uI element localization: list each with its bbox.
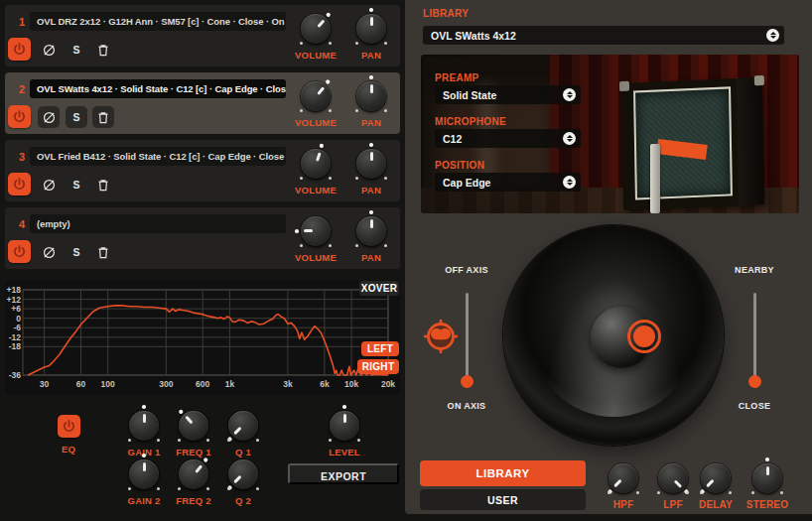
preset-field[interactable]: (empty) bbox=[30, 214, 286, 233]
preset-field[interactable]: OVL Fried B412 · Solid State · C12 [c] ·… bbox=[30, 147, 286, 166]
pan-label: PAN bbox=[337, 50, 406, 61]
solo-button[interactable]: S bbox=[66, 106, 87, 128]
export-button[interactable]: EXPORT bbox=[288, 463, 399, 484]
power-icon bbox=[12, 109, 27, 124]
delete-button[interactable] bbox=[92, 174, 114, 195]
power-button[interactable] bbox=[8, 105, 31, 128]
library-select[interactable]: OVL SWatts 4x12 bbox=[423, 26, 784, 45]
frequency-response-plot: 30601003006001k3k6k10k20k+18+12+60-6-12-… bbox=[5, 280, 400, 395]
trash-icon bbox=[96, 43, 110, 58]
power-button[interactable] bbox=[8, 173, 31, 195]
right-channel-button[interactable]: RIGHT bbox=[357, 359, 399, 374]
pan-knob[interactable] bbox=[356, 216, 386, 246]
svg-text:600: 600 bbox=[196, 379, 209, 389]
q2-label: Q 2 bbox=[208, 495, 278, 506]
trash-icon bbox=[96, 245, 110, 260]
distance-slider-track[interactable] bbox=[753, 293, 756, 385]
freq2-knob[interactable] bbox=[179, 459, 208, 489]
delay-knob[interactable] bbox=[701, 463, 731, 493]
channel-row-2: 2 OVL SWatts 4x12 · Solid State · C12 [c… bbox=[5, 72, 400, 134]
gain2-knob[interactable] bbox=[129, 459, 159, 489]
select-arrows-icon bbox=[563, 176, 576, 189]
phase-button[interactable] bbox=[38, 241, 60, 263]
phase-button[interactable] bbox=[38, 174, 60, 195]
library-select-value: OVL SWatts 4x12 bbox=[431, 30, 766, 42]
solo-button[interactable]: S bbox=[66, 241, 87, 263]
solo-button[interactable]: S bbox=[66, 174, 87, 195]
stereo-label: STEREO bbox=[740, 499, 795, 510]
pan-knob[interactable] bbox=[356, 81, 386, 111]
preamp-select[interactable]: Solid State bbox=[435, 85, 581, 104]
axis-slider-handle[interactable] bbox=[461, 375, 474, 388]
svg-text:10k: 10k bbox=[344, 379, 358, 389]
volume-knob[interactable] bbox=[301, 149, 331, 179]
tab-library[interactable]: LIBRARY bbox=[420, 460, 586, 486]
on-axis-label: ON AXIS bbox=[427, 401, 506, 411]
stereo-knob[interactable] bbox=[752, 463, 782, 493]
axis-slider-track[interactable] bbox=[466, 293, 469, 385]
close-label: CLOSE bbox=[715, 401, 794, 411]
svg-text:300: 300 bbox=[159, 379, 173, 389]
volume-knob[interactable] bbox=[301, 14, 331, 44]
power-button[interactable] bbox=[8, 240, 31, 263]
preset-field[interactable]: OVL DRZ 2x12 · G12H Ann · SM57 [c] · Con… bbox=[30, 12, 286, 31]
library-section-label: LIBRARY bbox=[423, 8, 469, 19]
preamp-select-value: Solid State bbox=[443, 89, 563, 101]
pan-knob[interactable] bbox=[356, 14, 386, 44]
phase-icon bbox=[41, 177, 58, 194]
q1-knob[interactable] bbox=[228, 411, 258, 441]
microphone-select[interactable]: C12 bbox=[435, 129, 581, 148]
distance-slider-handle[interactable] bbox=[748, 375, 761, 388]
level-knob[interactable] bbox=[330, 411, 359, 441]
hpf-knob[interactable] bbox=[609, 463, 638, 493]
volume-knob[interactable] bbox=[301, 216, 331, 246]
channel-number: 3 bbox=[13, 151, 31, 163]
pan-label: PAN bbox=[337, 252, 406, 263]
svg-text:30: 30 bbox=[40, 379, 50, 389]
library-panel: LIBRARY OVL SWatts 4x12 PREAMP S bbox=[405, 0, 812, 514]
phase-icon bbox=[41, 244, 58, 261]
mic-polar-pattern-icon bbox=[423, 319, 459, 354]
pan-label: PAN bbox=[337, 185, 406, 195]
phase-button[interactable] bbox=[38, 106, 60, 128]
delay-label: DELAY bbox=[688, 499, 744, 510]
q2-knob[interactable] bbox=[228, 459, 258, 489]
phase-button[interactable] bbox=[38, 39, 60, 61]
power-icon bbox=[62, 419, 76, 434]
svg-text:+18: +18 bbox=[7, 285, 22, 295]
channel-row-4: 4 (empty) S VOLUME PAN bbox=[5, 207, 400, 269]
svg-text:60: 60 bbox=[76, 379, 86, 389]
cab-photo-panel: PREAMP Solid State MICROPHONE C12 POSITI… bbox=[421, 55, 799, 213]
gain1-knob[interactable] bbox=[129, 411, 159, 441]
delete-button[interactable] bbox=[92, 39, 114, 61]
volume-knob[interactable] bbox=[301, 81, 331, 111]
svg-text:6k: 6k bbox=[320, 379, 330, 389]
preset-field[interactable]: OVL SWatts 4x12 · Solid State · C12 [c] … bbox=[30, 79, 286, 98]
xover-button[interactable]: XOVER bbox=[359, 281, 399, 296]
solo-label: S bbox=[72, 44, 79, 56]
eq-power-button[interactable] bbox=[58, 415, 80, 438]
svg-text:-6: -6 bbox=[13, 323, 21, 332]
select-arrows-icon bbox=[563, 132, 576, 145]
mic-position-marker[interactable] bbox=[627, 320, 661, 353]
channel-row-1: 1 OVL DRZ 2x12 · G12H Ann · SM57 [c] · C… bbox=[5, 5, 400, 66]
pan-knob[interactable] bbox=[356, 149, 386, 179]
tab-user[interactable]: USER bbox=[420, 489, 586, 510]
power-button[interactable] bbox=[8, 38, 31, 61]
position-select-value: Cap Edge bbox=[443, 177, 563, 189]
hpf-label: HPF bbox=[596, 499, 651, 510]
solo-label: S bbox=[72, 246, 79, 258]
left-channel-button[interactable]: LEFT bbox=[361, 341, 399, 356]
frequency-response-graph: 30601003006001k3k6k10k20k+18+12+60-6-12-… bbox=[5, 280, 400, 395]
delete-button[interactable] bbox=[92, 241, 114, 263]
microphone-label: MICROPHONE bbox=[435, 116, 506, 127]
power-icon bbox=[12, 244, 27, 259]
position-select[interactable]: Cap Edge bbox=[435, 173, 581, 192]
power-icon bbox=[12, 42, 27, 57]
freq1-knob[interactable] bbox=[179, 411, 208, 441]
preamp-label: PREAMP bbox=[435, 72, 479, 83]
delete-button[interactable] bbox=[92, 106, 114, 128]
svg-text:0: 0 bbox=[16, 314, 21, 324]
lpf-knob[interactable] bbox=[658, 463, 688, 493]
solo-button[interactable]: S bbox=[66, 39, 87, 61]
